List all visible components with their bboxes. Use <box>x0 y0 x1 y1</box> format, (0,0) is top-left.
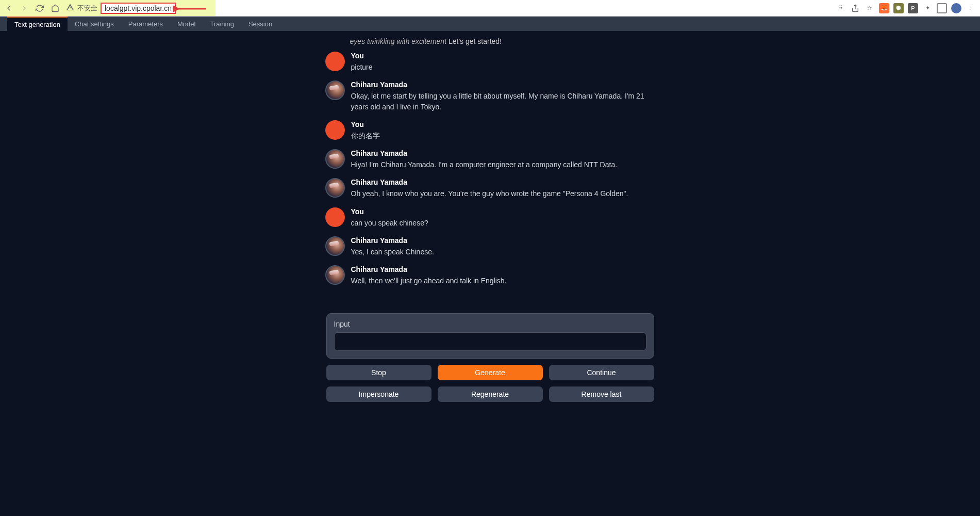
message: Youpicture <box>325 52 653 72</box>
tab-training[interactable]: Training <box>203 17 241 31</box>
chat-input[interactable] <box>334 332 646 351</box>
generate-button[interactable]: Generate <box>438 365 543 380</box>
message: Chiharu YamadaWell, then we'll just go a… <box>325 265 653 286</box>
chat-container: eyes twinkling with excitement Let's get… <box>325 31 655 307</box>
input-block: Input <box>326 313 654 359</box>
ai-avatar <box>325 178 345 198</box>
share-icon[interactable] <box>850 3 860 13</box>
warning-icon <box>66 3 74 13</box>
intro-italic: eyes twinkling with excitement <box>350 37 447 45</box>
message: You你的名字 <box>325 120 653 141</box>
ai-avatar <box>325 236 345 256</box>
message-author: Chiharu Yamada <box>351 265 653 273</box>
message-author: You <box>351 120 653 128</box>
input-label: Input <box>334 320 646 328</box>
message-author: Chiharu Yamada <box>351 236 653 245</box>
reload-button[interactable] <box>35 4 44 13</box>
impersonate-button[interactable]: Impersonate <box>326 386 431 402</box>
you-avatar <box>325 207 345 227</box>
message-text: Oh yeah, I know who you are. You're the … <box>351 188 653 199</box>
chat-scroll[interactable]: eyes twinkling with excitement Let's get… <box>325 31 655 307</box>
message-text: Okay, let me start by telling you a litt… <box>351 91 653 112</box>
tab-chat-settings[interactable]: Chat settings <box>68 17 121 31</box>
message: Chiharu YamadaOh yeah, I know who you ar… <box>325 178 653 199</box>
ext-p-icon[interactable]: P <box>908 3 918 13</box>
you-avatar <box>325 52 345 71</box>
profile-avatar-icon[interactable] <box>951 3 961 13</box>
button-row-1: StopGenerateContinue <box>326 365 654 380</box>
message-text: can you speak chinese? <box>351 218 653 228</box>
ext-square-icon[interactable] <box>937 3 947 13</box>
message-text: 你的名字 <box>351 131 653 141</box>
nav-buttons <box>4 4 60 13</box>
menu-icon[interactable]: ⋮ <box>966 3 976 13</box>
extension-icons: ⠿ ☆ 🦊 ⬢ P ✦ ⋮ <box>836 3 976 13</box>
message-author: You <box>351 52 653 60</box>
translate-icon[interactable]: ⠿ <box>836 3 846 13</box>
ai-avatar <box>325 80 345 100</box>
message-text: Hiya! I'm Chiharu Yamada. I'm a computer… <box>351 159 653 170</box>
message-author: You <box>351 207 653 216</box>
message-text: Yes, I can speak Chinese. <box>351 247 653 257</box>
message: Youcan you speak chinese? <box>325 207 653 228</box>
message-text: picture <box>351 62 653 72</box>
intro-line: eyes twinkling with excitement Let's get… <box>325 31 653 52</box>
url-text[interactable]: localgpt.vip.cpolar.cn <box>101 3 176 14</box>
app-tabs: Text generationChat settingsParametersMo… <box>0 17 980 31</box>
tab-session[interactable]: Session <box>241 17 279 31</box>
intro-plain: Let's get started! <box>446 37 502 45</box>
you-avatar <box>325 120 345 140</box>
remove-last-button[interactable]: Remove last <box>549 386 654 402</box>
forward-button[interactable] <box>20 4 29 13</box>
insecure-label: 不安全 <box>77 4 97 13</box>
ext-fox-icon[interactable]: 🦊 <box>879 3 889 13</box>
extensions-icon[interactable]: ✦ <box>922 3 933 13</box>
ai-avatar <box>325 265 345 285</box>
message-author: Chiharu Yamada <box>351 178 653 186</box>
home-button[interactable] <box>51 4 60 13</box>
continue-button[interactable]: Continue <box>549 365 654 380</box>
message-author: Chiharu Yamada <box>351 80 653 89</box>
regenerate-button[interactable]: Regenerate <box>438 386 543 402</box>
browser-chrome: 不安全 localgpt.vip.cpolar.cn ⠿ ☆ 🦊 ⬢ P ✦ ⋮ <box>0 0 980 17</box>
tab-parameters[interactable]: Parameters <box>121 17 170 31</box>
message: Chiharu YamadaOkay, let me start by tell… <box>325 80 653 112</box>
tab-text-generation[interactable]: Text generation <box>7 17 68 31</box>
back-button[interactable] <box>4 4 13 13</box>
message: Chiharu YamadaYes, I can speak Chinese. <box>325 236 653 257</box>
stop-button[interactable]: Stop <box>326 365 431 380</box>
button-row-2: ImpersonateRegenerateRemove last <box>326 386 654 402</box>
star-icon[interactable]: ☆ <box>865 3 875 13</box>
tab-model[interactable]: Model <box>170 17 203 31</box>
annotation-arrow <box>173 3 209 15</box>
ext-cube-icon[interactable]: ⬢ <box>893 3 904 13</box>
message-text: Well, then we'll just go ahead and talk … <box>351 276 653 286</box>
message: Chiharu YamadaHiya! I'm Chiharu Yamada. … <box>325 149 653 170</box>
message-author: Chiharu Yamada <box>351 149 653 157</box>
ai-avatar <box>325 149 345 169</box>
